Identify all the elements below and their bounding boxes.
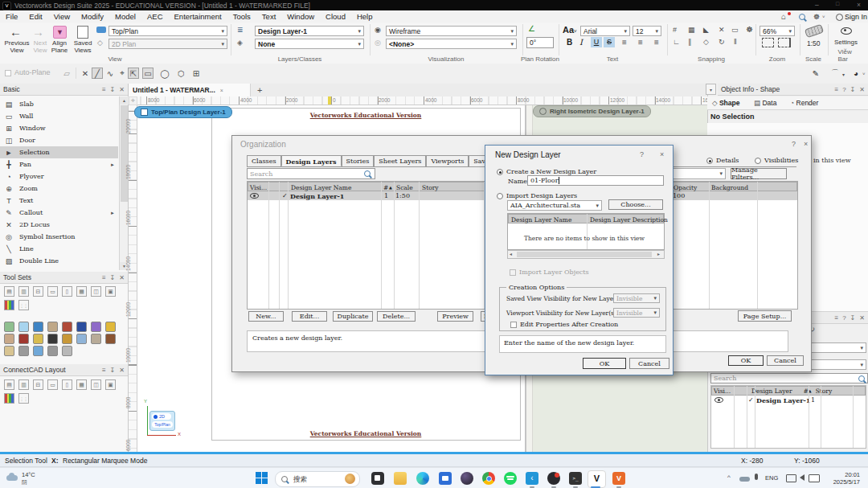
tool-item-flyover[interactable]: ◔Flyover [0,170,118,182]
curve-mode-icon[interactable]: ∿ [104,68,116,79]
menu-window[interactable]: Window [281,10,320,23]
palette-pin-icon[interactable]: ↧ [110,367,116,374]
edge-browser-icon[interactable] [416,472,429,485]
connectcad-icon[interactable]: ⊟ [33,379,43,390]
palette-pin-icon[interactable]: ↧ [850,86,856,93]
palette-menu-icon[interactable]: ≡ [102,367,106,374]
scale-ruler-icon[interactable] [805,24,824,38]
widget-view-pill[interactable]: Top/Plan [152,421,173,428]
minimize-icon[interactable]: – [815,1,819,9]
org-tab-viewports[interactable]: Viewports [426,155,469,166]
template-dropdown[interactable]: AIA_Architectural.sta▾ [507,200,602,211]
new-design-layer-dialog[interactable]: New Design Layer ? × Create a New Design… [485,145,674,375]
menu-edit[interactable]: Edit [23,10,47,23]
obsidian-icon[interactable] [461,472,473,485]
tool-item-zoom[interactable]: ⊕Zoom [0,182,118,195]
auto-plane-checkbox[interactable] [5,70,11,76]
task-view-icon[interactable] [371,472,384,485]
palette-menu-icon[interactable]: ≡ [834,86,838,93]
search-icon[interactable] [799,14,805,20]
saved-view-visibility-dropdown[interactable]: Invisible▾ [613,293,660,303]
organization-search-input[interactable]: Search [247,168,375,179]
previous-view-icon[interactable]: ← [10,25,22,39]
tool-item-window[interactable]: ⊞Window [0,122,118,134]
spotify-icon[interactable] [504,472,517,485]
connectcad-palette-header[interactable]: ConnectCAD Layout ≡ ↧ ✕ [0,364,128,376]
dialog-close-icon[interactable]: × [804,140,808,148]
toolset-binoculars-icon[interactable] [91,322,101,332]
menu-text[interactable]: Text [256,10,281,23]
details-radio[interactable] [706,158,713,164]
toolset-icon[interactable]: ▣ [105,286,116,297]
tray-chevron-icon[interactable]: ^ [727,474,731,481]
tool-item-symbol-insertion[interactable]: ◎Symbol Insertion [0,231,118,243]
edit-properties-checkbox[interactable] [510,322,517,328]
view-mode-dropdown[interactable]: Top/Plan▾ [108,26,227,36]
tab-render[interactable]: ◔ Render [790,99,818,107]
connectcad-icon[interactable]: ▣ [105,379,116,390]
strike-button[interactable]: S [604,37,615,47]
lasso-tool-icon[interactable]: ⌒ [829,68,841,79]
menu-modify[interactable]: Modify [76,10,109,23]
saved-views-icon[interactable] [77,26,88,39]
polygon-marquee-icon[interactable]: ⬡ [175,68,186,79]
toolset-icon[interactable] [47,346,58,356]
toolset-site-icon[interactable] [4,322,14,332]
constraint-x-icon[interactable]: ✕ [80,68,91,79]
visibility-eye-icon[interactable] [714,397,723,403]
snap-parallel-icon[interactable]: ∥ [688,38,692,46]
classes-icon[interactable]: ◈ [237,39,243,47]
palette-menu-icon[interactable]: ≡ [834,314,838,322]
tool-item-door[interactable]: ◫Door [0,134,118,146]
menu-tools[interactable]: Tools [227,10,256,23]
palette-pin-icon[interactable]: ↧ [110,86,116,93]
viewport-label-top-plan[interactable]: Top/Plan Design Layer-1 [134,106,232,118]
toolset-icon[interactable]: ▭ [47,286,58,297]
dock-collapse-icon[interactable]: ▾ [706,84,716,95]
horizontal-scrollbar[interactable]: ◄ ► [507,250,665,259]
snap-edge-icon[interactable]: ▭ [731,26,739,34]
menu-model[interactable]: Model [109,10,141,23]
object-info-header[interactable]: Object Info - Shape ≡ ? ↧ ✕ [718,84,868,96]
menu-entertainment[interactable]: Entertainment [169,10,227,23]
search-highlight-icon[interactable] [345,474,355,484]
ok-button[interactable]: OK [728,355,764,366]
chrome-icon[interactable] [482,472,495,485]
new-tab-icon[interactable]: + [257,85,262,95]
toolset-icon[interactable] [33,334,43,344]
active-layer-dropdown[interactable]: Design Layer-1▾ [255,26,364,36]
settings-caret-icon[interactable]: ˅ [822,14,825,19]
viewport-visibility-dropdown[interactable]: Invisible▾ [613,308,660,318]
plan-mode-dropdown[interactable]: 2D Plan▾ [108,39,227,49]
snap-point-icon[interactable]: ◇ [703,38,709,46]
document-tab[interactable]: Untitled 1 - WATERMAR... × [129,84,251,96]
snap-settings-gear-icon[interactable]: ☸ [746,25,753,34]
toolset-icon[interactable] [33,346,43,356]
basic-palette-header[interactable]: Basic ≡ ↧ ✕ [0,84,128,96]
window-select-icon[interactable]: ⊞ [190,68,202,79]
start-button[interactable] [256,472,268,484]
palette-close-icon[interactable]: ✕ [859,86,865,93]
menu-view[interactable]: View [48,10,76,23]
widget-2d-pill[interactable]: 2D [152,413,171,420]
connectcad-icon[interactable]: ▯ [62,379,72,390]
scroll-up-icon[interactable]: ▲ [120,96,129,105]
create-layer-radio[interactable] [497,169,503,175]
align-plane-icon[interactable]: ▼ [53,26,67,39]
connectcad-color-icon[interactable] [4,393,14,404]
align-right-icon[interactable]: ≡ [654,38,659,47]
layers-icon[interactable]: ≣ [237,26,244,34]
toolset-icon[interactable]: ▯ [62,286,72,297]
render-mode-dropdown[interactable]: Wireframe▾ [386,26,517,36]
toolset-icon[interactable]: ▦ [76,286,87,297]
toolset-icon[interactable] [18,334,29,344]
zoom-level-dropdown[interactable]: 66%▾ [760,26,795,36]
edit-button[interactable]: Edit... [292,311,327,322]
text-style-button[interactable]: Aa˅ [563,25,577,35]
toolset-icon[interactable] [4,346,14,356]
lasso-caret-icon[interactable]: ▾ [842,72,845,77]
snap-angle-icon[interactable]: ◣ [703,26,709,34]
render-mode-icon[interactable]: ◉ [375,26,381,34]
view-mode-icon[interactable] [96,27,106,33]
tool-item-pan[interactable]: ╋Pan► [0,158,118,170]
